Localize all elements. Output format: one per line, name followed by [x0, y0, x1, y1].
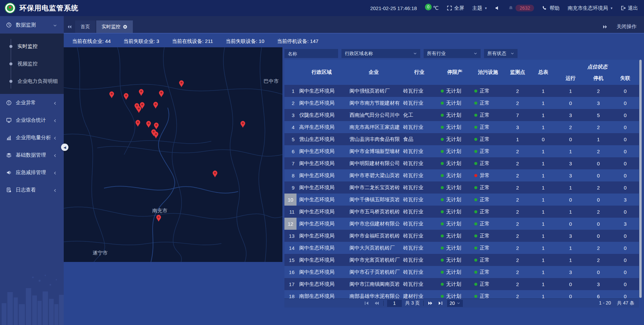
caret-down-icon: ▾ [485, 6, 487, 10]
tab-实时监控[interactable]: 实时监控 [96, 20, 133, 33]
table-row[interactable]: 18南部生态环境局南部县雄华水泥有限公建材行业无计划正常21060 [284, 290, 639, 299]
cell-points: 2 [504, 157, 531, 169]
sound-button[interactable] [495, 5, 500, 11]
table-row[interactable]: 11阆中生态环境局阆中市五马桥页岩机砖砖瓦行业无计划正常21120 [284, 206, 639, 218]
tab-首页[interactable]: 首页 [75, 20, 95, 33]
sidebar-group-企业综合统计[interactable]: 企业综合统计 [0, 111, 64, 129]
status-dot [474, 222, 477, 225]
row-index: 9 [284, 181, 297, 194]
cell-offline: 0 [611, 133, 639, 145]
sidebar-group-日志查看[interactable]: 日志查看 [0, 181, 64, 199]
cell-company: 阆中市五马桥页岩机砖 [347, 206, 400, 218]
cell-facility-status: 正常 [472, 230, 504, 242]
help-button[interactable]: 帮助 [542, 5, 559, 11]
sidebar-group-基础数据管理[interactable]: 基础数据管理 [0, 146, 64, 164]
last-page-button[interactable] [437, 300, 444, 306]
sidebar-group-企业用电量分析[interactable]: 企业用电量分析 [0, 129, 64, 146]
sidebar-group-企业异常[interactable]: 企业异常 [0, 94, 64, 111]
cell-stopped: 0 [585, 169, 611, 181]
stat-item: 当前停机设备: 147 [277, 38, 318, 45]
cell-company: 阆中市金博瑞新型墙材 [347, 145, 400, 157]
column-header: 停限产 [438, 60, 472, 85]
status-dot [441, 295, 444, 298]
region-filter-select[interactable]: 行政区域名称 [341, 49, 420, 58]
warning-icon [6, 100, 12, 106]
cell-points: 2 [504, 169, 531, 181]
map[interactable]: ◀ 巴中市南充市遂宁市 [64, 47, 282, 262]
table-row[interactable]: 17阆中生态环境局阆中市江南镇阆南页岩砖瓦行业无计划正常21030 [284, 278, 639, 290]
table-row[interactable]: 9阆中生态环境局阆中市二龙长宝页岩砖砖瓦行业无计划正常21120 [284, 181, 639, 194]
table-row[interactable]: 8阆中生态环境局阆中市枣碧大梁山页岩砖瓦行业无计划异常21300 [284, 169, 639, 181]
cell-limit-status: 无计划 [438, 121, 472, 133]
chevron-down-icon [53, 23, 57, 27]
sidebar-group-应急减排管理[interactable]: 应急减排管理 [0, 164, 64, 181]
total-pages-label: 共 3 页 [405, 300, 420, 306]
page-number-input[interactable] [387, 300, 402, 307]
status-dot [441, 162, 444, 165]
sidebar-item-企业电力负荷明细[interactable]: 企业电力负荷明细 [0, 72, 64, 90]
table-row[interactable]: 1阆中生态环境局阆中强锐页岩砖厂砖瓦行业无计划正常21120 [284, 85, 639, 97]
status-dot [474, 283, 477, 286]
theme-dropdown[interactable]: 主题▾ [472, 5, 487, 11]
cell-points: 2 [504, 242, 531, 254]
cell-offline: 0 [611, 109, 639, 121]
cell-offline: 0 [611, 230, 639, 242]
table-row[interactable]: 2阆中生态环境局阆中市南方节能建材有砖瓦行业无计划正常21030 [284, 97, 639, 109]
sidebar-collapse-handle[interactable]: ◀ [61, 144, 68, 151]
sidebar-group-数据监测[interactable]: 数据监测 [0, 16, 64, 34]
chevron-down-icon [474, 52, 477, 55]
chevron-down-icon [511, 52, 514, 55]
close-operations-button[interactable]: 关闭操作 [616, 23, 637, 30]
cell-running: 1 [556, 242, 585, 254]
table-row[interactable]: 3仪陇生态环境局西南油气田分公司川中化工无计划正常71350 [284, 109, 639, 121]
name-filter-input[interactable] [284, 49, 338, 58]
tab-close-icon[interactable] [123, 24, 127, 29]
table-row[interactable]: 10阆中生态环境局阆中千佛镇五郎垭页岩砖瓦行业无计划正常21003 [284, 194, 639, 206]
app-window: 环保用电监管系统 2021-02-25 17:46:18 0 ℃ 全屏 主题▾ … [0, 0, 644, 325]
table-row[interactable]: 16阆中生态环境局阆中市石子页岩机砖厂砖瓦行业无计划正常21300 [284, 266, 639, 278]
cell-limit-status: 无计划 [438, 157, 472, 169]
previous-page-button[interactable] [373, 300, 380, 306]
cell-points: 2 [504, 194, 531, 206]
table-scrollbar[interactable] [639, 60, 642, 298]
table-row[interactable]: 12阆中生态环境局阆中市忠信建材有限公砖瓦行业无计划正常21003 [284, 218, 639, 230]
cell-running: 0 [556, 97, 585, 109]
table-row[interactable]: 6阆中生态环境局阆中市金博瑞新型墙材砖瓦行业无计划正常21120 [284, 145, 639, 157]
fullscreen-button[interactable]: 全屏 [447, 5, 464, 11]
monitor-table-panel: 行政区域名称 所有行业 所有状态 行政区域 企业 行业 停限产 治污设施 监测点… [284, 47, 639, 308]
cell-stopped: 0 [585, 266, 611, 278]
sidebar-item-视频监控[interactable]: 视频监控 [0, 55, 64, 72]
logout-button[interactable]: 退出 [621, 5, 638, 11]
cell-meters: 1 [531, 85, 556, 97]
row-index: 14 [284, 242, 297, 254]
cell-meters: 1 [531, 218, 556, 230]
group-header-label: 点位状态 [556, 64, 639, 70]
caret-down-icon: ▾ [610, 6, 612, 10]
cell-industry: 砖瓦行业 [400, 194, 438, 206]
table-row[interactable]: 4高坪生态环境局南充市高坪区王家店建砖瓦行业无计划正常31220 [284, 121, 639, 133]
table-row[interactable]: 5营山生态环境局营山县润丰肉食品有限食品无计划正常10010 [284, 133, 639, 145]
first-page-button[interactable] [363, 300, 370, 306]
cell-facility-status: 正常 [472, 85, 504, 97]
double-chevron-right-icon[interactable] [602, 24, 608, 30]
organization-dropdown[interactable]: 南充市生态环境局▾ [568, 5, 612, 11]
tabs-scroll-left-button[interactable] [64, 20, 75, 33]
status-filter-select[interactable]: 所有状态 [484, 49, 518, 58]
cell-running: 0 [556, 218, 585, 230]
status-dot [441, 247, 444, 250]
table-row[interactable]: 7阆中生态环境局阆中明阳建材有限公司砖瓦行业无计划正常21300 [284, 157, 639, 169]
cell-stopped: 0 [585, 230, 611, 242]
notifications-button[interactable]: 2632 [508, 5, 534, 11]
cell-region: 阆中生态环境局 [297, 169, 347, 181]
table-row[interactable]: 15阆中生态环境局阆中市光富页岩机砖厂砖瓦行业无计划正常21120 [284, 254, 639, 266]
sidebar-item-实时监控[interactable]: 实时监控 [0, 38, 64, 55]
cell-company: 阆中千佛镇五郎垭页岩 [347, 194, 400, 206]
industry-filter-select[interactable]: 所有行业 [424, 49, 481, 58]
row-index: 1 [284, 85, 297, 97]
cell-offline: 0 [611, 97, 639, 109]
cell-industry: 砖瓦行业 [400, 230, 438, 242]
page-size-select[interactable]: 20 [447, 300, 463, 307]
table-row[interactable]: 13阆中生态环境局阆中市金福旺页岩机砖砖瓦行业无计划正常21300 [284, 230, 639, 242]
next-page-button[interactable] [427, 300, 434, 306]
table-row[interactable]: 14阆中生态环境局阆中大兴页岩机砖厂砖瓦行业无计划正常21120 [284, 242, 639, 254]
